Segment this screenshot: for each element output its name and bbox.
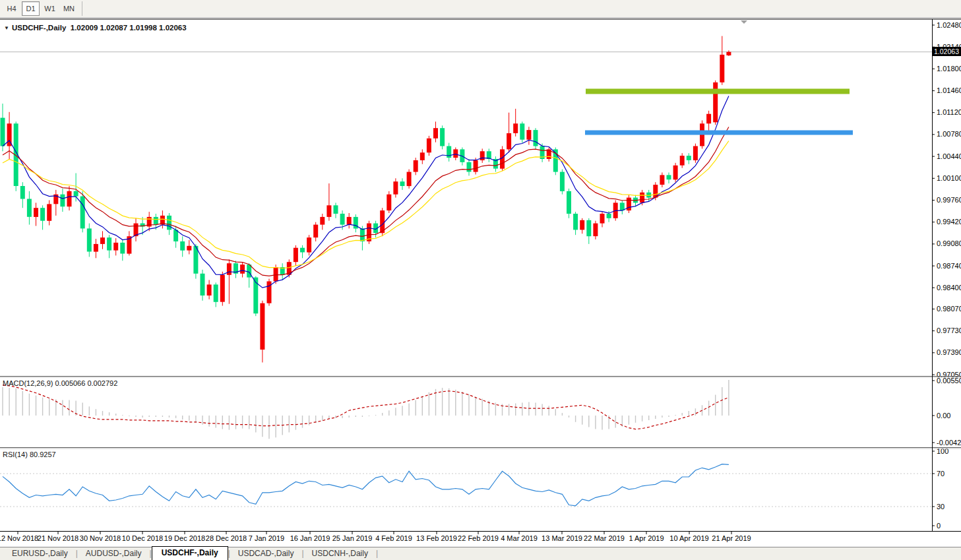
svg-text:12 Nov 2018: 12 Nov 2018 [0,534,38,542]
chart-title: ▼USDCHF-,Daily 1.02009 1.02087 1.01998 1… [4,24,187,32]
candles-layer [1,36,731,363]
svg-text:0.99760: 0.99760 [937,196,961,204]
svg-text:16 Jan 2019: 16 Jan 2019 [290,534,330,542]
collapse-triangle-icon[interactable]: ▼ [4,25,9,31]
tab-separator: | [376,549,378,560]
svg-text:19 Dec 2018: 19 Dec 2018 [164,534,205,542]
chart-title-symbol: USDCHF-,Daily [12,24,66,32]
svg-text:1.00780: 1.00780 [937,130,961,138]
tab-audusd-daily[interactable]: AUDUSD-,Daily [78,547,150,560]
svg-text:1.02480: 1.02480 [937,21,961,29]
ma-lines-layer [3,96,729,288]
frame-layer [0,18,961,532]
tab-usdcnh-daily[interactable]: USDCNH-,Daily [304,547,376,560]
svg-text:0: 0 [937,522,941,530]
macd-panel [3,380,729,439]
tab-eurusd-daily[interactable]: EURUSD-,Daily [4,547,76,560]
rsi-axis: 10070300 [932,447,948,530]
chart-title-ohlc: 1.02009 1.02087 1.01998 1.02063 [71,24,187,32]
level-lines-layer [585,89,853,135]
svg-text:4 Mar 2019: 4 Mar 2019 [501,534,538,542]
svg-text:28 Dec 2018: 28 Dec 2018 [206,534,247,542]
macd-axis: 0.0055080.00-0.004221 [932,377,961,447]
svg-text:0.00: 0.00 [937,412,950,420]
svg-text:1.01120: 1.01120 [937,108,961,116]
price-axis: 1.024801.021401.018001.014601.011201.007… [932,21,961,379]
svg-text:21 Apr 2019: 21 Apr 2019 [712,534,751,542]
tab-usdchf-daily[interactable]: USDCHF-,Daily [152,546,228,560]
svg-text:1 Apr 2019: 1 Apr 2019 [629,534,664,542]
svg-text:30: 30 [937,503,945,511]
mt4-chart-window: { "toolbar": { "timeframes": [ {"label":… [0,0,961,560]
svg-text:7 Jan 2019: 7 Jan 2019 [249,534,284,542]
svg-text:13 Mar 2019: 13 Mar 2019 [542,534,582,542]
current-price-tag: 1.02063 [932,47,961,56]
date-axis: 12 Nov 201821 Nov 201830 Nov 201810 Dec … [0,532,751,542]
svg-text:70: 70 [937,470,945,478]
svg-text:100: 100 [937,447,948,455]
svg-text:0.99080: 0.99080 [937,239,961,247]
svg-text:1.00100: 1.00100 [937,174,961,182]
tab-usdcad-daily[interactable]: USDCAD-,Daily [230,547,302,560]
svg-text:21 Nov 2018: 21 Nov 2018 [38,534,78,542]
chart-shift-icon [741,20,747,24]
svg-text:1.01460: 1.01460 [937,86,961,94]
svg-text:0.97390: 0.97390 [937,348,961,356]
svg-text:4 Feb 2019: 4 Feb 2019 [375,534,412,542]
svg-text:22 Mar 2019: 22 Mar 2019 [584,534,625,542]
svg-text:0.98400: 0.98400 [937,284,961,292]
chart-canvas[interactable]: 1.024801.021401.018001.014601.011201.007… [0,0,961,560]
rsi-indicator-label: RSI(14) 80.9257 [3,451,56,458]
svg-text:13 Feb 2019: 13 Feb 2019 [416,534,457,542]
svg-text:0.97730: 0.97730 [937,327,961,334]
svg-text:0.99420: 0.99420 [937,218,961,226]
svg-text:1.00440: 1.00440 [937,152,961,160]
svg-text:30 Nov 2018: 30 Nov 2018 [80,534,121,542]
svg-text:0.98070: 0.98070 [937,305,961,313]
green-resistance-line[interactable] [586,89,850,94]
svg-text:-0.004221: -0.004221 [937,439,961,447]
blue-support-line[interactable] [585,131,853,135]
svg-text:25 Jan 2019: 25 Jan 2019 [332,534,373,542]
svg-text:22 Feb 2019: 22 Feb 2019 [458,534,499,542]
svg-text:10 Apr 2019: 10 Apr 2019 [669,534,708,542]
rsi-panel [0,464,932,507]
svg-text:1.01800: 1.01800 [937,65,961,73]
chart-tabbar: EURUSD-,Daily|AUDUSD-,Daily|USDCHF-,Dail… [0,547,961,560]
svg-text:10 Dec 2018: 10 Dec 2018 [122,534,163,542]
svg-text:0.98740: 0.98740 [937,262,961,270]
macd-indicator-label: MACD(12,26,9) 0.005066 0.002792 [3,379,117,387]
